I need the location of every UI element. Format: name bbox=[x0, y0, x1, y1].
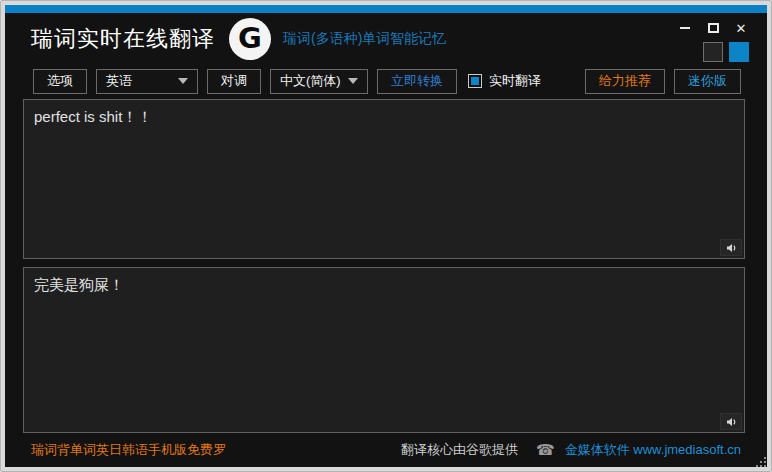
skin-dark-swatch[interactable] bbox=[703, 42, 723, 62]
target-language-value: 中文(简体) bbox=[280, 72, 341, 90]
skin-blue-swatch[interactable] bbox=[729, 42, 749, 62]
chevron-down-icon bbox=[348, 78, 358, 84]
skin-swatches bbox=[703, 42, 749, 62]
engine-credit-text: 翻译核心由谷歌提供 bbox=[401, 441, 518, 459]
window-buttons-row: ✕ bbox=[677, 19, 749, 37]
source-speaker-button[interactable] bbox=[720, 239, 742, 256]
app-window: 瑞词实时在线翻译 G 瑞词(多语种)单词智能记忆 ✕ 选项 英语 bbox=[0, 0, 772, 472]
maximize-button[interactable] bbox=[705, 20, 721, 36]
window-controls: ✕ bbox=[677, 19, 749, 62]
realtime-translate-toggle[interactable]: 实时翻译 bbox=[468, 72, 541, 90]
maximize-icon bbox=[708, 23, 719, 33]
speaker-icon bbox=[725, 416, 738, 428]
resize-grip[interactable] bbox=[756, 457, 768, 469]
status-bar: 瑞词背单词英日韩语手机版免费罗 翻译核心由谷歌提供 ☎ 金媒体软件 www.jm… bbox=[5, 433, 767, 467]
source-text-panel: perfect is shit！！ bbox=[23, 99, 745, 259]
phone-icon: ☎ bbox=[536, 441, 555, 459]
mini-version-button[interactable]: 迷你版 bbox=[674, 69, 741, 94]
source-language-value: 英语 bbox=[106, 72, 132, 90]
app-subtitle: 瑞词(多语种)单词智能记忆 bbox=[283, 30, 446, 48]
translation-panels: perfect is shit！！ 完美是狗屎！ bbox=[5, 99, 767, 433]
app-logo-icon: G bbox=[229, 18, 271, 60]
target-text-panel: 完美是狗屎！ bbox=[23, 267, 745, 433]
minimize-button[interactable] bbox=[677, 20, 693, 36]
source-text-input[interactable]: perfect is shit！！ bbox=[24, 100, 744, 258]
target-speaker-button[interactable] bbox=[720, 413, 742, 430]
translate-now-button[interactable]: 立即转换 bbox=[377, 69, 457, 94]
realtime-translate-label: 实时翻译 bbox=[489, 72, 541, 90]
chevron-down-icon bbox=[178, 78, 188, 84]
logo-letter: G bbox=[238, 21, 262, 55]
titlebar-accent-strip bbox=[5, 5, 767, 13]
recommend-button[interactable]: 给力推荐 bbox=[585, 69, 665, 94]
app-title: 瑞词实时在线翻译 bbox=[31, 24, 215, 54]
checkbox-checked-icon[interactable] bbox=[468, 74, 482, 88]
options-button[interactable]: 选项 bbox=[33, 69, 87, 94]
target-text-output[interactable]: 完美是狗屎！ bbox=[24, 268, 744, 432]
window-client-area: 瑞词实时在线翻译 G 瑞词(多语种)单词智能记忆 ✕ 选项 英语 bbox=[5, 5, 767, 467]
close-icon: ✕ bbox=[736, 22, 747, 35]
close-button[interactable]: ✕ bbox=[733, 20, 749, 36]
speaker-icon bbox=[725, 242, 738, 254]
promo-link[interactable]: 瑞词背单词英日韩语手机版免费罗 bbox=[31, 441, 226, 459]
vendor-website-link[interactable]: 金媒体软件 www.jmediasoft.cn bbox=[565, 441, 741, 459]
toolbar: 选项 英语 对调 中文(简体) 立即转换 实时翻译 给力推荐 迷你版 bbox=[5, 67, 767, 95]
titlebar[interactable]: 瑞词实时在线翻译 G 瑞词(多语种)单词智能记忆 ✕ bbox=[5, 13, 767, 65]
minimize-icon bbox=[680, 27, 690, 29]
source-language-select[interactable]: 英语 bbox=[96, 69, 198, 94]
swap-languages-button[interactable]: 对调 bbox=[207, 69, 261, 94]
status-right-group: 翻译核心由谷歌提供 ☎ 金媒体软件 www.jmediasoft.cn bbox=[401, 441, 741, 459]
target-language-select[interactable]: 中文(简体) bbox=[270, 69, 368, 94]
